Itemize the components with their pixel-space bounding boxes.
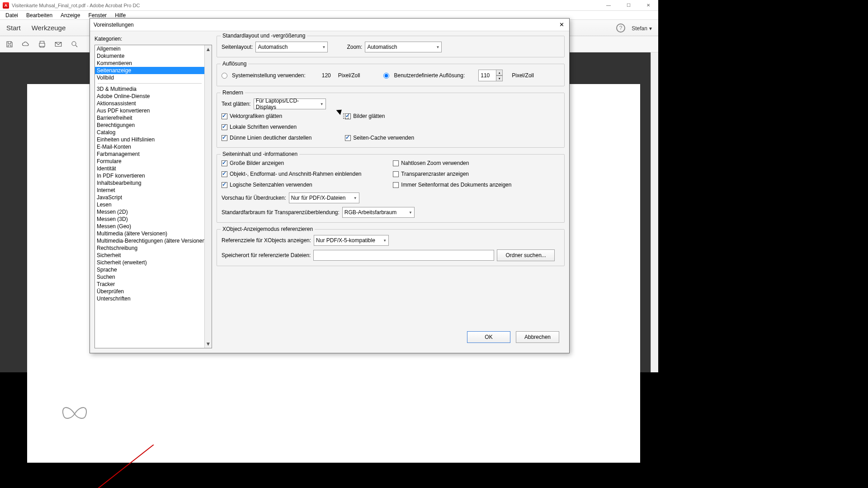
smooth-vector-checkbox[interactable] — [222, 113, 227, 119]
category-item[interactable]: Formulare — [95, 158, 204, 165]
category-item[interactable]: Catalog — [95, 129, 204, 136]
overprint-combo[interactable]: Nur für PDF/X-Dateien▼ — [289, 192, 359, 203]
scroll-up-icon[interactable]: ▲ — [205, 45, 212, 53]
category-item[interactable]: Tracker — [95, 281, 204, 288]
category-item[interactable]: Multimedia-Berechtigungen (ältere Versio… — [95, 237, 204, 244]
xobject-legend: XObject-Anzeigemodus referenzieren — [221, 226, 315, 232]
category-item[interactable]: 3D & Multimedia — [95, 85, 204, 93]
category-item[interactable]: Adobe Online-Dienste — [95, 93, 204, 100]
tab-start[interactable]: Start — [6, 24, 21, 32]
ok-button[interactable]: OK — [467, 331, 510, 343]
save-icon[interactable] — [5, 39, 14, 49]
chevron-down-icon: ▼ — [409, 211, 412, 215]
logical-pages-checkbox[interactable] — [222, 182, 227, 188]
thin-lines-checkbox[interactable] — [222, 135, 227, 141]
smooth-vector-label: Vektorgrafiken glätten — [230, 113, 282, 119]
menu-view[interactable]: Anzeige — [57, 11, 84, 19]
dialog-close-button[interactable]: ✕ — [557, 21, 566, 29]
zoom-label: Zoom: — [347, 44, 362, 50]
category-item[interactable]: Sicherheit — [95, 252, 204, 259]
scroll-down-icon[interactable]: ▼ — [652, 366, 657, 371]
help-icon[interactable]: ? — [616, 23, 625, 33]
print-icon[interactable] — [37, 39, 47, 49]
menu-edit[interactable]: Bearbeiten — [23, 11, 56, 19]
category-item[interactable]: Inhaltsbearbeitung — [95, 179, 204, 187]
tab-tools[interactable]: Werkzeuge — [32, 24, 66, 32]
close-button[interactable]: ✕ — [638, 0, 658, 10]
categories-scrollbar[interactable]: ▲▼ — [204, 45, 212, 348]
category-item[interactable]: In PDF konvertieren — [95, 172, 204, 179]
content-legend: Seiteninhalt und -informationen — [221, 151, 299, 157]
transparency-grid-label: Transparenzraster anzeigen — [401, 171, 469, 177]
user-menu[interactable]: Stefan ▾ — [632, 24, 652, 32]
render-group: Rendern Text glätten: Für Laptops/LCD-Di… — [217, 93, 565, 148]
category-item[interactable]: E-Mail-Konten — [95, 143, 204, 150]
dialog-titlebar: Voreinstellungen ✕ — [90, 19, 569, 31]
category-item[interactable]: Seitenanzeige — [95, 67, 204, 74]
pagelayout-label: Seitenlayout: — [222, 44, 253, 50]
local-fonts-checkbox[interactable] — [222, 124, 227, 130]
text-smoothing-combo[interactable]: Für Laptops/LCD-Displays▼ — [254, 99, 326, 109]
custom-resolution-label: Benutzerdefinierte Auflösung: — [394, 72, 465, 79]
custom-resolution-spinner[interactable]: ▲▼ — [478, 70, 503, 81]
mail-icon[interactable] — [53, 39, 63, 49]
cancel-button[interactable]: Abbrechen — [516, 331, 559, 343]
system-resolution-value: 120 — [322, 72, 331, 79]
category-item[interactable]: Multimedia (ältere Versionen) — [95, 230, 204, 237]
category-item[interactable]: Sicherheit (erweitert) — [95, 259, 204, 266]
blend-combo[interactable]: RGB-Arbeitsfarbraum▼ — [342, 207, 415, 218]
category-item[interactable]: Internet — [95, 187, 204, 194]
settings-panel: Standardlayout und -vergrößerung Seitenl… — [217, 36, 565, 348]
category-item[interactable]: Aktionsassistent — [95, 100, 204, 107]
pagelayout-combo[interactable]: Automatisch▼ — [255, 42, 328, 52]
cloud-icon[interactable] — [21, 39, 31, 49]
browse-folder-button[interactable]: Ordner suchen... — [497, 249, 554, 261]
category-item[interactable]: Suchen — [95, 273, 204, 281]
smooth-images-checkbox[interactable] — [345, 113, 351, 119]
category-item[interactable]: Messen (2D) — [95, 208, 204, 216]
scroll-down-icon[interactable]: ▼ — [205, 340, 212, 348]
maximize-button[interactable]: ☐ — [618, 0, 638, 10]
spin-up-icon[interactable]: ▲ — [496, 70, 503, 75]
transparency-grid-checkbox[interactable] — [393, 171, 399, 177]
category-item[interactable]: Sprache — [95, 266, 204, 273]
category-item[interactable]: Lesen — [95, 201, 204, 208]
categories-list[interactable]: AllgemeinDokumenteKommentierenSeitenanze… — [95, 45, 204, 348]
custom-resolution-radio[interactable] — [383, 73, 389, 79]
boxes-checkbox[interactable] — [222, 171, 227, 177]
custom-resolution-input[interactable] — [478, 70, 496, 81]
xobject-storage-input[interactable] — [313, 250, 494, 261]
category-item[interactable]: Berechtigungen — [95, 122, 204, 129]
category-item[interactable]: Rechtschreibung — [95, 244, 204, 252]
category-item[interactable]: Messen (Geo) — [95, 223, 204, 230]
scroll-up-icon[interactable]: ▲ — [652, 53, 657, 59]
xobject-targets-combo[interactable]: Nur PDF/X-5-kompatible▼ — [314, 235, 389, 246]
large-images-checkbox[interactable] — [222, 160, 227, 166]
category-item[interactable]: Farbmanagement — [95, 150, 204, 158]
minimize-button[interactable]: — — [599, 0, 618, 10]
always-format-checkbox[interactable] — [393, 182, 399, 188]
menu-file[interactable]: Datei — [2, 11, 22, 19]
seamless-zoom-checkbox[interactable] — [393, 160, 399, 166]
category-item[interactable]: Vollbild — [95, 74, 204, 81]
system-resolution-radio[interactable] — [222, 73, 227, 79]
category-item[interactable]: Identität — [95, 165, 204, 172]
category-item[interactable]: Unterschriften — [95, 295, 204, 302]
category-item[interactable]: Allgemein — [95, 45, 204, 52]
category-item[interactable]: Überprüfen — [95, 288, 204, 295]
spin-down-icon[interactable]: ▼ — [496, 75, 503, 81]
category-item[interactable]: Messen (3D) — [95, 216, 204, 223]
category-item[interactable]: Aus PDF konvertieren — [95, 107, 204, 114]
resolution-group: Auflösung Systemeinstellung verwenden: 1… — [217, 64, 565, 86]
dialog-title: Voreinstellungen — [94, 22, 134, 28]
zoom-combo[interactable]: Automatisch▼ — [365, 42, 442, 52]
category-item[interactable]: Kommentieren — [95, 60, 204, 67]
category-item[interactable]: JavaScript — [95, 194, 204, 201]
category-item[interactable]: Dokumente — [95, 52, 204, 60]
always-format-label: Immer Seitenformat des Dokuments anzeige… — [401, 182, 511, 188]
search-icon[interactable] — [70, 39, 80, 49]
category-item[interactable]: Einheiten und Hilfslinien — [95, 136, 204, 143]
category-item[interactable]: Barrierefreiheit — [95, 114, 204, 122]
page-cache-checkbox[interactable] — [345, 135, 351, 141]
svg-point-0 — [72, 42, 76, 46]
